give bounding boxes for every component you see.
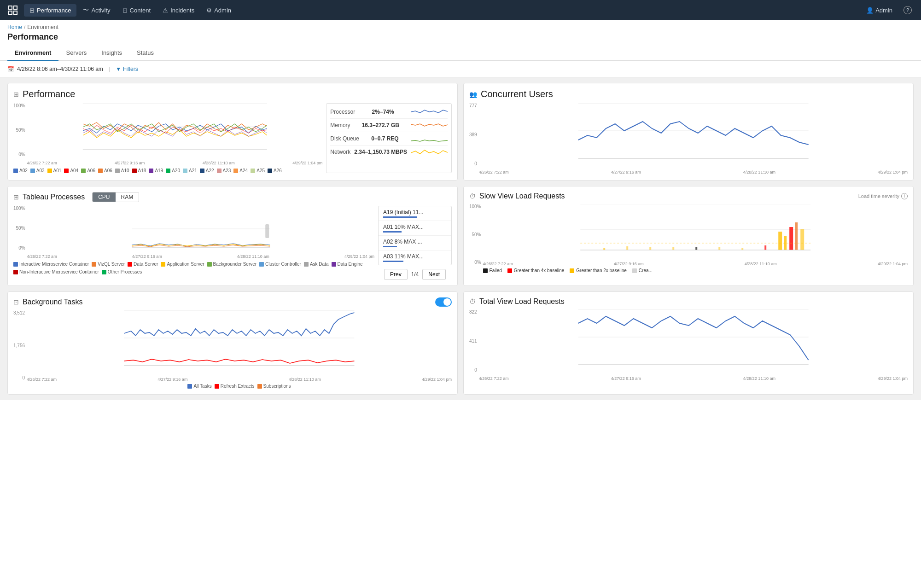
tab-servers[interactable]: Servers xyxy=(58,46,94,61)
pagination: Prev 1/4 Next xyxy=(378,269,452,280)
legend-noninteractive: Non-Interactive Microservice Container xyxy=(13,269,99,274)
concurrent-users-chart-wrapper: 777 389 0 4/26/22 7:22 am 4/27/22 9:16 a xyxy=(469,103,908,175)
metric-sparkline-processor xyxy=(411,107,448,116)
tableau-processes-title: Tableau Processes xyxy=(23,193,85,201)
concurrent-users-x-labels: 4/26/22 7:22 am 4/27/22 9:16 am 4/28/22 … xyxy=(479,170,908,175)
legend-a21: A21 xyxy=(183,168,197,173)
background-tasks-icon: ⊡ xyxy=(13,298,19,306)
tableau-processes-chart-wrapper: 100% 50% 0% xyxy=(13,206,374,259)
ram-button[interactable]: RAM xyxy=(116,192,139,202)
breadcrumb: Home / Environment xyxy=(0,20,921,31)
slow-view-header: ⏱ Slow View Load Requests Load time seve… xyxy=(469,192,908,200)
nav-admin[interactable]: ⚙ Admin xyxy=(201,4,237,17)
cpu-button[interactable]: CPU xyxy=(93,192,115,202)
process-item-a03: A03 11% MAX... xyxy=(379,250,451,265)
svg-rect-3 xyxy=(14,11,17,14)
tab-insights[interactable]: Insights xyxy=(94,46,129,61)
performance-legend: A02 A03 A01 A04 A06 A06 A10 A18 A19 A20 … xyxy=(13,168,322,173)
legend-a06a: A06 xyxy=(81,168,95,173)
process-bar-a19 xyxy=(383,216,417,218)
legend-cluster: Cluster Controller xyxy=(259,262,301,267)
tableau-processes-svg-container: 4/26/22 7:22 am 4/27/22 9:16 am 4/28/22 … xyxy=(27,206,374,259)
severity-other: Crea... xyxy=(632,268,653,273)
incidents-icon: ⚠ xyxy=(163,7,168,14)
process-item-a02: A02 8% MAX ... xyxy=(379,236,451,250)
performance-chart-area: 100% 50% 0% xyxy=(13,103,322,173)
concurrent-users-header: 👥 Concurrent Users xyxy=(469,89,908,99)
process-list-container: A19 (Initial) 11... A01 10% MAX... xyxy=(378,206,452,280)
topnav-right: 👤 Admin ? xyxy=(863,4,915,16)
tableau-processes-svg xyxy=(27,206,374,252)
total-view-icon: ⏱ xyxy=(469,298,476,305)
tableau-processes-icon: ⊞ xyxy=(13,193,19,201)
background-tasks-header: ⊡ Background Tasks xyxy=(13,297,452,307)
slow-view-svg xyxy=(483,204,908,259)
tab-status[interactable]: Status xyxy=(129,46,161,61)
help-button[interactable]: ? xyxy=(900,4,915,16)
severity-info-icon[interactable]: i xyxy=(901,193,908,199)
help-icon: ? xyxy=(904,6,912,14)
metric-processor: Processor 2%–74% xyxy=(330,105,448,119)
total-view-x-labels: 4/26/22 7:22 am 4/27/22 9:16 am 4/28/22 … xyxy=(479,376,908,381)
legend-dataengine: Data Engine xyxy=(332,262,363,267)
performance-chart-wrapper: 100% 50% 0% xyxy=(13,103,322,165)
performance-card-icon: ⊞ xyxy=(13,91,19,98)
concurrent-users-card: 👥 Concurrent Users 777 389 0 xyxy=(463,83,914,180)
svg-rect-16 xyxy=(265,224,269,238)
svg-rect-27 xyxy=(626,246,628,250)
slow-view-icon: ⏱ xyxy=(469,192,476,200)
tab-environment[interactable]: Environment xyxy=(7,46,58,61)
total-view-svg xyxy=(479,309,908,374)
prev-button[interactable]: Prev xyxy=(384,269,408,280)
svg-rect-31 xyxy=(718,247,720,250)
process-list: A19 (Initial) 11... A01 10% MAX... xyxy=(378,206,452,265)
slow-view-y-labels: 100% 50% 0% xyxy=(469,204,481,273)
legend-a06b: A06 xyxy=(98,168,112,173)
tableau-processes-card: ⊞ Tableau Processes CPU RAM 100% 50% 0% xyxy=(7,186,458,286)
page-info: 1/4 xyxy=(411,271,419,278)
tableau-processes-y-labels: 100% 50% 0% xyxy=(13,206,25,259)
breadcrumb-home[interactable]: Home xyxy=(7,24,22,30)
total-view-chart-wrapper: 822 411 0 4/26/22 7:22 am 4/27/22 9:16 a xyxy=(469,309,908,381)
app-logo[interactable] xyxy=(6,3,20,17)
background-tasks-toggle-area xyxy=(435,297,452,307)
background-tasks-toggle[interactable] xyxy=(435,297,452,307)
concurrent-users-title: Concurrent Users xyxy=(481,89,553,99)
calendar-icon: 📅 xyxy=(7,66,14,72)
concurrent-users-svg-container: 4/26/22 7:22 am 4/27/22 9:16 am 4/28/22 … xyxy=(479,103,908,175)
svg-rect-1 xyxy=(14,6,17,9)
legend-dataserver: Data Server xyxy=(128,262,158,267)
svg-rect-26 xyxy=(603,248,605,250)
nav-activity[interactable]: 〜 Activity xyxy=(77,3,116,17)
nav-performance[interactable]: ⊞ Performance xyxy=(24,4,76,17)
nav-incidents[interactable]: ⚠ Incidents xyxy=(157,4,200,17)
metric-memory: Memory 16.3–272.7 GB xyxy=(330,119,448,132)
svg-rect-29 xyxy=(672,247,674,250)
svg-rect-21 xyxy=(778,232,782,250)
legend-a04: A04 xyxy=(64,168,78,173)
sub-tabs: Environment Servers Insights Status xyxy=(0,46,921,61)
performance-x-labels: 4/26/22 7:22 am 4/27/22 9:16 am 4/28/22 … xyxy=(27,161,323,165)
performance-chart-svg xyxy=(27,103,323,158)
filter-icon: ▼ xyxy=(116,66,121,72)
topnav-items: ⊞ Performance 〜 Activity ⊡ Content ⚠ Inc… xyxy=(24,3,863,17)
background-tasks-legend: All Tasks Refresh Extracts Subscriptions xyxy=(27,384,452,389)
total-view-y-labels: 822 411 0 xyxy=(469,309,477,381)
tableau-processes-x-labels: 4/26/22 7:22 am 4/27/22 9:16 am 4/28/22 … xyxy=(27,254,374,259)
background-tasks-chart-wrapper: 3,512 1,756 0 xyxy=(13,310,452,389)
date-range: 📅 4/26/22 8:06 am–4/30/22 11:06 am xyxy=(7,66,103,72)
activity-icon: 〜 xyxy=(83,6,89,14)
breadcrumb-environment: Environment xyxy=(27,24,58,30)
svg-rect-24 xyxy=(795,222,798,250)
metric-sparkline-disk xyxy=(411,134,448,143)
process-bar-a03 xyxy=(383,261,403,262)
cpu-ram-toggle: CPU RAM xyxy=(92,192,139,202)
metric-sparkline-memory xyxy=(411,121,448,130)
filters-button[interactable]: ▼ Filters xyxy=(116,66,138,72)
performance-card-title: Performance xyxy=(23,89,76,99)
background-tasks-svg-container: 4/26/22 7:22 am 4/27/22 9:16 am 4/28/22 … xyxy=(27,310,452,389)
admin-user-menu[interactable]: 👤 Admin xyxy=(863,5,896,16)
nav-content[interactable]: ⊡ Content xyxy=(117,4,157,17)
next-button[interactable]: Next xyxy=(422,269,446,280)
performance-card-header: ⊞ Performance xyxy=(13,89,452,99)
